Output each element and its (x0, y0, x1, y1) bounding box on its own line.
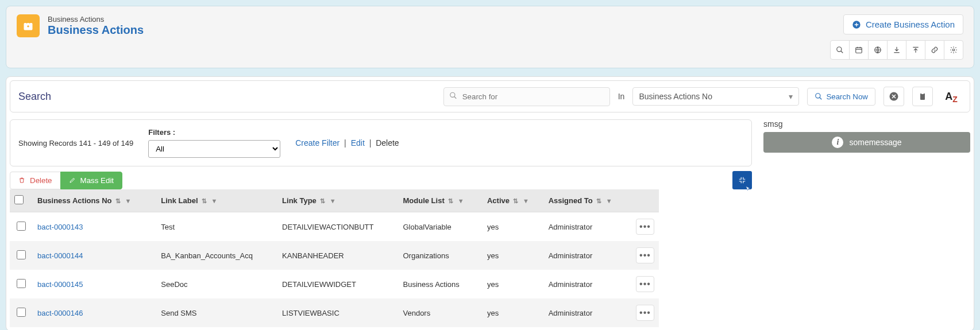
az-icon: AZ (945, 91, 958, 103)
link-type-cell: KANBANHEADER (277, 241, 398, 270)
module-list-cell: Organizations (399, 241, 483, 270)
collapse-button[interactable] (732, 171, 752, 189)
assigned-to-cell: Administrator (544, 298, 631, 327)
filter-icon[interactable]: ▼ (523, 197, 529, 205)
create-filter-link[interactable]: Create Filter (295, 138, 339, 147)
clipboard-button[interactable] (912, 87, 933, 106)
info-icon: i (832, 137, 843, 148)
table-row: bact-0000143TestDETAILVIEWACTIONBUTTGlob… (10, 212, 659, 242)
delete-button[interactable]: Delete (10, 172, 61, 189)
search-field-select[interactable]: Business Actions No (632, 87, 799, 106)
header-toolbar (831, 40, 963, 60)
link-label-cell: Send SMS (156, 298, 277, 327)
svg-point-2 (837, 47, 842, 52)
svg-rect-10 (921, 92, 924, 94)
row-actions-button[interactable]: ••• (636, 305, 654, 321)
row-actions-button[interactable]: ••• (636, 247, 654, 263)
filter-icon[interactable]: ▼ (606, 197, 612, 205)
module-list-cell: GlobalVariable (399, 212, 483, 242)
sort-icon[interactable]: ⇅ (448, 197, 453, 205)
row-checkbox[interactable] (17, 222, 26, 231)
gear-icon[interactable] (944, 40, 963, 60)
ba-no-link[interactable]: bact-0000145 (37, 280, 83, 289)
filters-bar: Showing Records 141 - 149 of 149 Filters… (10, 119, 752, 166)
side-message-panel: smsg i somemessage (763, 119, 970, 153)
search-input[interactable] (443, 87, 610, 106)
cursor-icon (745, 186, 751, 192)
link-label-cell: SeeDoc (156, 270, 277, 298)
active-cell: yes (483, 298, 544, 327)
search-bar: Search In Business Actions No Search Now… (10, 80, 970, 112)
module-icon (17, 14, 40, 37)
compress-icon (738, 176, 746, 184)
svg-rect-3 (856, 48, 862, 53)
filter-icon[interactable]: ▼ (125, 197, 132, 205)
mass-edit-button[interactable]: Mass Edit (60, 172, 123, 189)
select-all-checkbox[interactable] (14, 195, 24, 204)
business-actions-table: Business Actions No⇅▼ Link Label⇅▼ Link … (10, 189, 659, 327)
upload-icon[interactable] (906, 40, 925, 60)
col-active[interactable]: Active⇅▼ (483, 189, 544, 212)
table-row: bact-0000145SeeDocDETAILVIEWWIDGETBusine… (10, 270, 659, 298)
svg-point-5 (952, 49, 955, 51)
filter-icon[interactable]: ▼ (330, 197, 336, 205)
assigned-to-cell: Administrator (544, 270, 631, 298)
search-label: Search (18, 91, 51, 103)
search-now-button[interactable]: Search Now (807, 88, 875, 106)
svg-point-6 (450, 92, 454, 97)
ba-no-link[interactable]: bact-0000146 (37, 309, 83, 317)
alpha-sort-button[interactable]: AZ (941, 87, 962, 106)
side-msg-box: i somemessage (763, 132, 970, 153)
col-module-list[interactable]: Module List⇅▼ (399, 189, 483, 212)
close-circle-icon (889, 91, 899, 102)
sort-icon[interactable]: ⇅ (115, 197, 121, 205)
table-row: bact-0000144BA_Kanban_Accounts_AcqKANBAN… (10, 241, 659, 270)
clear-search-button[interactable] (883, 87, 904, 106)
globe-icon[interactable] (868, 40, 888, 60)
filter-icon[interactable]: ▼ (458, 197, 464, 205)
records-count-text: Showing Records 141 - 149 of 149 (18, 139, 133, 147)
trash-icon (18, 177, 25, 184)
clipboard-icon (918, 92, 927, 101)
breadcrumb: Business Actions (48, 15, 144, 24)
plus-circle-icon (852, 20, 861, 29)
row-checkbox[interactable] (17, 308, 26, 317)
filter-icon[interactable]: ▼ (211, 197, 218, 205)
search-icon (815, 92, 823, 100)
active-cell: yes (483, 270, 544, 298)
row-checkbox[interactable] (17, 250, 26, 259)
create-business-action-button[interactable]: Create Business Action (843, 14, 963, 34)
ba-no-link[interactable]: bact-0000144 (37, 251, 83, 260)
col-link-label[interactable]: Link Label⇅▼ (156, 189, 277, 212)
active-cell: yes (483, 212, 544, 242)
link-label-cell: Test (156, 212, 277, 242)
page-header: Business Actions Business Actions Create… (6, 6, 974, 68)
link-icon[interactable] (925, 40, 944, 60)
sort-icon[interactable]: ⇅ (513, 197, 518, 205)
page-title: Business Actions (48, 24, 144, 37)
in-label: In (618, 92, 625, 101)
module-list-cell: Vendors (399, 298, 483, 327)
col-ba-no[interactable]: Business Actions No⇅▼ (33, 189, 156, 212)
sort-icon[interactable]: ⇅ (202, 197, 207, 205)
col-link-type[interactable]: Link Type⇅▼ (277, 189, 398, 212)
row-actions-button[interactable]: ••• (636, 276, 654, 292)
calendar-icon[interactable] (849, 40, 869, 60)
row-actions-button[interactable]: ••• (636, 219, 654, 235)
sort-icon[interactable]: ⇅ (320, 197, 325, 205)
filters-select[interactable]: All (148, 140, 280, 158)
col-assigned-to[interactable]: Assigned To⇅▼ (544, 189, 631, 212)
search-icon (449, 92, 457, 102)
side-msg-text: somemessage (849, 138, 901, 147)
sort-icon[interactable]: ⇅ (596, 197, 601, 205)
ba-no-link[interactable]: bact-0000143 (37, 223, 83, 231)
download-icon[interactable] (887, 40, 906, 60)
active-cell: yes (483, 241, 544, 270)
edit-filter-link[interactable]: Edit (351, 138, 365, 147)
link-type-cell: LISTVIEWBASIC (277, 298, 398, 327)
assigned-to-cell: Administrator (544, 212, 631, 242)
row-checkbox[interactable] (17, 279, 26, 288)
search-icon[interactable] (830, 40, 850, 60)
module-list-cell: Business Actions (399, 270, 483, 298)
filters-label: Filters : (148, 128, 280, 137)
